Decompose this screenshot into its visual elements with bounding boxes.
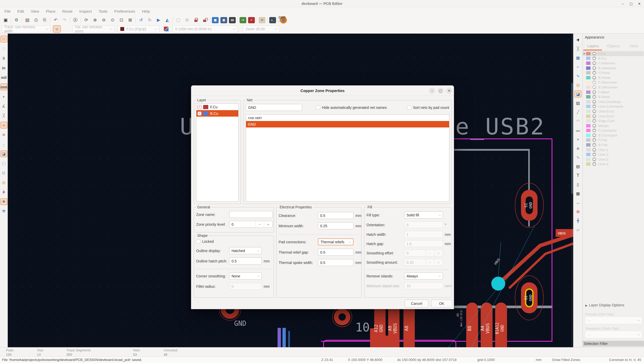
zone-outline-mode-icon[interactable]: ▢ — [1, 160, 7, 167]
separator[interactable] — [81, 17, 81, 23]
layer-color-swatch[interactable] — [586, 153, 591, 156]
layer-row[interactable]: ▶ User.4 — [583, 162, 644, 167]
footprint-editor-icon[interactable]: ▦ — [212, 17, 219, 23]
stepper-plus-button[interactable]: + — [264, 221, 272, 228]
layer-row[interactable]: ▶ B.Fab — [583, 142, 644, 147]
stepper-minus-button[interactable]: − — [255, 221, 264, 228]
units-inches-icon[interactable]: in — [1, 64, 7, 71]
net-list-row[interactable]: GND — [246, 121, 449, 127]
smoothing-amount-stepper[interactable]: 0.10 − + — [404, 259, 443, 266]
separator[interactable] — [173, 17, 173, 23]
library-browser-icon[interactable]: ▥ — [220, 17, 227, 23]
draw-arc-icon[interactable]: ◠ — [574, 118, 581, 125]
layer-color-swatch[interactable] — [586, 57, 591, 60]
draw-rectangle-icon[interactable]: ▬ — [574, 127, 581, 134]
route-tracks-icon[interactable]: ⌐ — [574, 63, 581, 70]
net-highlight-icon[interactable]: ╥ — [1, 141, 7, 148]
layer-visibility-eye-icon[interactable] — [592, 56, 596, 60]
layer-row[interactable]: ▶ B.Silkscreen — [583, 85, 644, 90]
layer-row[interactable]: ▶ User.Eco1 — [583, 109, 644, 114]
canvas-scrollbar-thumb[interactable] — [571, 83, 573, 194]
dialog-maximize-button[interactable]: ▢ — [438, 88, 444, 94]
hatch-pitch-input[interactable]: 0.5 — [229, 258, 262, 264]
layer-visibility-eye-icon[interactable] — [592, 143, 596, 147]
layer-color-swatch[interactable] — [586, 119, 591, 123]
layer-color-swatch[interactable] — [586, 90, 591, 94]
net-filter-input[interactable]: GND — [246, 104, 302, 111]
layer-row[interactable]: ▶ User.2 — [583, 152, 644, 157]
layer-visibility-eye-icon[interactable] — [592, 104, 596, 108]
layer-color-swatch[interactable] — [586, 66, 591, 70]
units-mm-icon[interactable]: mm — [1, 84, 7, 90]
layer-color-swatch[interactable] — [586, 124, 591, 127]
add-dimension-icon[interactable]: ↔ — [574, 199, 581, 206]
high-contrast-icon[interactable]: ❖ — [1, 198, 7, 205]
grid-origin-icon[interactable]: ╋ — [574, 217, 581, 224]
separator[interactable] — [50, 17, 50, 23]
layer-visibility-eye-icon[interactable] — [592, 124, 596, 128]
layer-row[interactable]: ▶ B.Mask — [583, 94, 644, 99]
polar-coords-icon[interactable]: θ — [1, 55, 7, 62]
hide-auto-nets-checkbox[interactable]: Hide automatically generated net names — [316, 105, 387, 110]
separator[interactable] — [257, 17, 257, 23]
line-angle-icon[interactable]: ∠ — [1, 103, 7, 109]
layer-row[interactable]: ▶ Edge.Cuts — [583, 118, 644, 123]
stepper-plus-button[interactable]: + — [434, 259, 443, 266]
appearance-tab[interactable]: Objects — [603, 44, 624, 48]
layer-row[interactable]: ▶ F.Courtyard — [583, 128, 644, 133]
add-via-icon[interactable]: ◎ — [574, 81, 581, 88]
fillet-radius-input[interactable]: 0 — [229, 283, 262, 290]
drc-icon[interactable]: ✓ — [248, 17, 255, 23]
sketch-tracks-icon[interactable]: ┿ — [1, 189, 7, 195]
layer-visibility-eye-icon[interactable] — [592, 157, 596, 161]
layer-row[interactable]: ▶ User.Comments — [583, 104, 644, 109]
window-minimize-button[interactable]: – — [621, 2, 625, 6]
draw-circle-icon[interactable]: ● — [574, 136, 581, 143]
via-size-select[interactable]: Via: use netclass sizes — [72, 25, 115, 33]
menu-item[interactable]: Inspect — [76, 7, 95, 16]
menu-item[interactable]: Tools — [95, 7, 111, 16]
draw-bezier-icon[interactable]: ∿ — [574, 154, 581, 161]
rotate-cw-icon[interactable]: ↻ — [146, 17, 153, 24]
tune-length-icon[interactable]: ∿ — [574, 72, 581, 79]
net-inspector-icon[interactable]: ⌗ — [259, 17, 265, 23]
add-textbox-icon[interactable]: ▯ — [574, 181, 581, 188]
layer-visibility-eye-icon[interactable] — [592, 148, 596, 152]
track-width-select[interactable]: Track: use netclass width — [2, 25, 51, 33]
separator[interactable] — [210, 17, 210, 23]
layer-visibility-eye-icon[interactable] — [592, 128, 596, 132]
draw-line-icon[interactable]: ╱ — [574, 109, 581, 116]
layer-row[interactable]: ▶ F.Fab — [583, 138, 644, 143]
layer-row[interactable]: ▶ B.Courtyard — [583, 133, 644, 138]
layer-color-swatch[interactable] — [586, 115, 591, 118]
active-layer-select[interactable]: F.Cu (PgUp) — [118, 25, 159, 33]
layer-row[interactable]: ▶ B.Adhesive — [583, 66, 644, 71]
layer-row[interactable]: ▶ B.Paste — [583, 75, 644, 80]
local-ratsnest-icon[interactable]: ╳ — [574, 45, 581, 52]
layer-color-swatch[interactable] — [586, 148, 591, 152]
separator[interactable] — [11, 17, 11, 23]
layer-color-swatch[interactable] — [586, 100, 591, 103]
add-filled-zone-icon[interactable]: ◪ — [574, 90, 581, 97]
crosshair-cursor-icon[interactable]: + — [1, 93, 7, 100]
menu-item[interactable]: View — [27, 7, 42, 16]
zoom-selection-icon[interactable]: ⊠ — [127, 17, 134, 24]
add-text-icon[interactable]: T — [574, 172, 581, 179]
dialog-minimize-button[interactable]: – — [429, 88, 435, 94]
layer-row[interactable]: ▶ F.Mask — [583, 90, 644, 95]
zoom-objects-icon[interactable]: ⊡ — [118, 17, 125, 24]
zoom-out-icon[interactable]: ⊖ — [100, 17, 107, 24]
grid-overrides-icon[interactable]: ∷ — [1, 45, 7, 52]
minimum-width-input[interactable]: 0.25 — [318, 222, 354, 229]
sort-nets-checkbox[interactable]: Sort nets by pad count — [407, 105, 449, 110]
viewer-3d-icon[interactable]: 3D — [229, 17, 236, 23]
separator[interactable] — [70, 17, 70, 23]
layer-color-swatch[interactable] — [586, 81, 591, 84]
layer-row[interactable]: ▶ User.1 — [583, 147, 644, 152]
layer-visibility-eye-icon[interactable] — [592, 138, 596, 142]
page-settings-icon[interactable]: ▤ — [24, 17, 31, 24]
flip-icon[interactable]: ▶ — [155, 17, 162, 24]
hatch-width-input[interactable]: 1 — [404, 231, 443, 238]
layer-color-swatch[interactable] — [586, 138, 591, 142]
units-mils-icon[interactable]: mil — [1, 74, 7, 81]
